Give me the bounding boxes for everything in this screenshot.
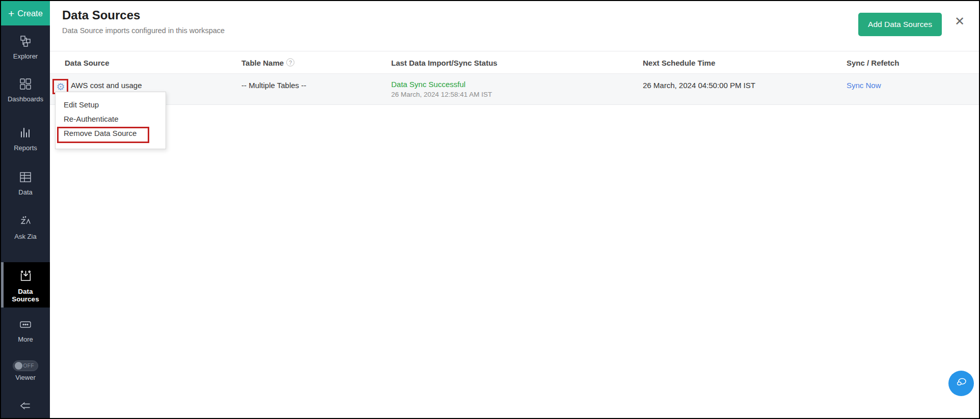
- sidebar-item-label: Ask Zia: [14, 233, 36, 240]
- dashboards-icon: [19, 77, 32, 93]
- page-title: Data Sources: [62, 8, 140, 22]
- toggle-knob: [15, 362, 22, 370]
- viewer-toggle[interactable]: OFF: [13, 360, 38, 371]
- collapse-sidebar-button[interactable]: [1, 399, 50, 417]
- menu-item-re-authenticate[interactable]: Re-Authenticate: [56, 112, 166, 126]
- row-context-menu: Edit Setup Re-Authenticate Remove Data S…: [55, 92, 166, 149]
- reports-icon: [19, 126, 32, 142]
- add-data-sources-button[interactable]: Add Data Sources: [858, 13, 942, 36]
- sync-now-link[interactable]: Sync Now: [847, 81, 881, 90]
- page-subtitle: Data Source imports configured in this w…: [62, 26, 225, 35]
- data-source-name: AWS cost and usage: [71, 81, 142, 90]
- column-header-table-name-label: Table Name: [241, 58, 284, 67]
- table-header: Data Source Table Name ? Last Data Impor…: [50, 51, 979, 74]
- row-settings-gear-icon[interactable]: ⚙: [55, 80, 67, 93]
- create-button-label: Create: [17, 9, 43, 18]
- chat-bubbles-icon: [955, 376, 968, 391]
- more-icon: [19, 318, 32, 333]
- data-table-icon: [19, 171, 32, 186]
- column-header-data-source: Data Source: [65, 58, 110, 67]
- column-header-next-schedule: Next Schedule Time: [643, 58, 715, 67]
- table-name-value: -- Multiple Tables --: [241, 81, 306, 90]
- sidebar-viewer-section: OFF Viewer: [1, 360, 50, 387]
- column-header-sync-refetch: Sync / Refetch: [847, 58, 899, 67]
- column-header-table-name: Table Name ?: [241, 58, 294, 67]
- sidebar-item-dashboards[interactable]: Dashboards: [1, 77, 50, 106]
- close-icon[interactable]: ✕: [955, 15, 965, 27]
- sidebar-item-explorer[interactable]: Explorer: [1, 35, 50, 61]
- table-name-help-icon[interactable]: ?: [286, 59, 294, 67]
- sync-status-value: Data Sync Successful: [391, 80, 466, 89]
- explorer-icon: [19, 35, 32, 50]
- last-sync-timestamp: 26 March, 2024 12:58:41 AM IST: [391, 91, 492, 98]
- sidebar-item-label: Dashboards: [8, 95, 43, 103]
- data-sources-screen: + Create Explorer Dashboards Reports: [0, 0, 980, 419]
- sidebar-item-label: More: [18, 336, 33, 343]
- sidebar-item-ask-zia[interactable]: Ask Zia: [1, 215, 50, 242]
- page-header: Data Sources Data Source imports configu…: [50, 1, 979, 51]
- sidebar-item-data[interactable]: Data: [1, 171, 50, 198]
- sidebar: + Create Explorer Dashboards Reports: [1, 1, 50, 418]
- create-button[interactable]: + Create: [1, 1, 50, 25]
- menu-item-remove-data-source[interactable]: Remove Data Source: [56, 126, 166, 141]
- ask-zia-icon: [19, 215, 32, 230]
- table-row: ⚙ AWS cost and usage -- Multiple Tables …: [50, 74, 979, 105]
- sidebar-item-more[interactable]: More: [1, 318, 50, 345]
- chat-support-button[interactable]: [948, 371, 974, 396]
- sidebar-item-label: Data: [18, 188, 32, 196]
- collapse-arrow-icon: [18, 399, 33, 414]
- sidebar-item-data-sources[interactable]: Data Sources: [1, 262, 50, 308]
- viewer-label: Viewer: [15, 374, 36, 381]
- plus-icon: +: [8, 8, 14, 19]
- data-sources-icon: [19, 269, 33, 285]
- sidebar-item-label: Reports: [14, 144, 37, 152]
- column-header-sync-status: Last Data Import/Sync Status: [391, 58, 497, 67]
- menu-item-edit-setup[interactable]: Edit Setup: [56, 98, 166, 112]
- sidebar-item-reports[interactable]: Reports: [1, 126, 50, 154]
- toggle-state-label: OFF: [23, 363, 35, 369]
- next-schedule-time-value: 26 March, 2024 04:50:00 PM IST: [643, 81, 755, 90]
- sidebar-item-label: Explorer: [13, 52, 38, 60]
- sidebar-item-label: Data Sources: [8, 288, 43, 303]
